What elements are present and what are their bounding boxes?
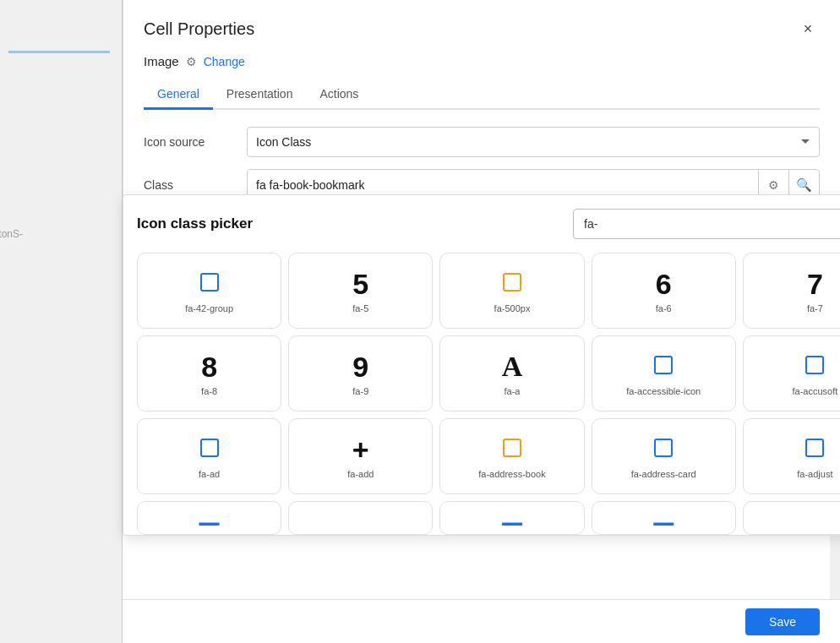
modal-overlay: Cell Properties × Image ⚙ Change General…: [123, 0, 840, 643]
icon-cell-fa-7[interactable]: 7 fa-7: [743, 253, 840, 329]
icon-cell-fa-500px[interactable]: fa-500px: [439, 253, 584, 329]
icon-symbol-fa-address-card: [652, 436, 675, 464]
icon-source-row: Icon source Icon Class: [144, 127, 820, 157]
icon-label-fa-adjust: fa-adjust: [797, 469, 832, 479]
icon-label-fa-9: fa-9: [352, 386, 368, 396]
svg-rect-3: [806, 357, 823, 373]
background-panel: [0, 0, 123, 643]
icon-symbol-fa-7: 7: [807, 270, 823, 298]
icon-cell-fa-add[interactable]: + fa-add: [288, 418, 433, 494]
icon-label-fa-6: fa-6: [656, 303, 672, 313]
icon-symbol-fa-6: 6: [656, 270, 672, 298]
icon-label-fa-500px: fa-500px: [494, 303, 531, 313]
icon-cell-partial-3[interactable]: —: [439, 501, 584, 535]
icon-symbol-fa-accusoft: [803, 353, 826, 381]
icon-symbol-fa-8: 8: [201, 352, 217, 381]
image-row: Image ⚙ Change: [144, 54, 820, 68]
icon-symbol-fa-9: 9: [352, 352, 368, 381]
save-button[interactable]: Save: [745, 608, 820, 635]
partial-icon-symbol-3: —: [503, 512, 521, 534]
partial-icon-symbol-4: —: [654, 512, 673, 534]
panel-title: Cell Properties: [144, 19, 254, 39]
icon-cell-fa-42-group[interactable]: fa-42-group: [137, 253, 281, 329]
icon-label-fa-5: fa-5: [352, 303, 368, 313]
picker-header: Icon class picker: [137, 209, 840, 239]
svg-rect-4: [201, 439, 218, 456]
icon-cell-partial-5[interactable]: [743, 501, 840, 535]
icon-source-label: Icon source: [144, 135, 237, 149]
partial-icon-symbol-1: —: [200, 512, 219, 534]
svg-rect-1: [504, 274, 521, 291]
tab-presentation[interactable]: Presentation: [213, 80, 307, 110]
icon-label-fa-8: fa-8: [201, 386, 217, 396]
icon-cell-fa-address-book[interactable]: fa-address-book: [439, 418, 584, 494]
icon-cell-fa-accusoft[interactable]: fa-accusoft: [743, 335, 840, 411]
icon-label-fa-accusoft: fa-accusoft: [792, 386, 837, 396]
icon-symbol-fa-500px: [500, 270, 524, 298]
icon-symbol-fa-5: 5: [352, 270, 368, 298]
picker-search-input[interactable]: [573, 209, 840, 239]
icon-symbol-fa-accessible-icon: [652, 353, 675, 381]
svg-rect-7: [806, 439, 823, 456]
svg-rect-5: [504, 439, 521, 456]
icon-cell-partial-1[interactable]: —: [137, 501, 281, 535]
icon-cell-fa-9[interactable]: 9 fa-9: [288, 335, 433, 411]
bottom-bar: Save: [123, 599, 840, 643]
icon-source-select[interactable]: Icon Class: [247, 127, 820, 157]
icon-class-picker: Icon class picker fa-42-group 5 fa-5: [123, 194, 840, 536]
icon-grid: fa-42-group 5 fa-5 fa-500px 6 fa-6 7: [137, 253, 840, 535]
icon-label-fa-add: fa-add: [347, 469, 374, 479]
icon-cell-fa-address-card[interactable]: fa-address-card: [592, 418, 736, 494]
icon-symbol-fa-add: +: [352, 435, 369, 464]
svg-rect-0: [201, 274, 218, 291]
icon-cell-fa-8[interactable]: 8 fa-8: [137, 335, 281, 411]
picker-title: Icon class picker: [137, 215, 253, 232]
tabs-bar: General Presentation Actions: [144, 80, 820, 110]
icon-label-fa-a: fa-a: [505, 386, 521, 396]
gear-icon[interactable]: ⚙: [186, 55, 197, 68]
class-label: Class: [144, 178, 237, 192]
icon-cell-fa-5[interactable]: 5 fa-5: [288, 253, 433, 329]
icon-symbol-fa-address-book: [500, 436, 524, 464]
svg-rect-6: [655, 439, 672, 456]
icon-symbol-fa-adjust: [803, 436, 826, 464]
icon-symbol-fa-ad: [198, 436, 221, 464]
icon-cell-fa-a[interactable]: A fa-a: [439, 335, 584, 411]
svg-rect-2: [655, 357, 672, 373]
icon-label-fa-accessible-icon: fa-accessible-icon: [626, 386, 701, 396]
change-link[interactable]: Change: [204, 55, 245, 68]
icon-cell-fa-adjust[interactable]: fa-adjust: [743, 418, 840, 494]
icon-cell-partial-2[interactable]: [288, 501, 433, 535]
icon-label-fa-address-card: fa-address-card: [631, 469, 696, 479]
icon-cell-fa-ad[interactable]: fa-ad: [137, 418, 281, 494]
tab-general[interactable]: General: [144, 80, 213, 110]
tab-actions[interactable]: Actions: [306, 80, 372, 110]
icon-label-fa-address-book: fa-address-book: [478, 469, 546, 479]
panel-header: Cell Properties ×: [144, 17, 820, 41]
icon-cell-fa-accessible-icon[interactable]: fa-accessible-icon: [592, 335, 736, 411]
icon-label-fa-ad: fa-ad: [199, 469, 220, 479]
close-button[interactable]: ×: [796, 17, 820, 41]
icon-cell-fa-6[interactable]: 6 fa-6: [592, 253, 736, 329]
icon-cell-partial-4[interactable]: —: [592, 501, 736, 535]
icon-symbol-fa-a: A: [502, 352, 523, 381]
icon-label-fa-7: fa-7: [807, 303, 823, 313]
icon-symbol-fa-42-group: [198, 270, 221, 298]
icon-label-fa-42-group: fa-42-group: [185, 303, 233, 313]
image-label: Image: [144, 54, 179, 68]
